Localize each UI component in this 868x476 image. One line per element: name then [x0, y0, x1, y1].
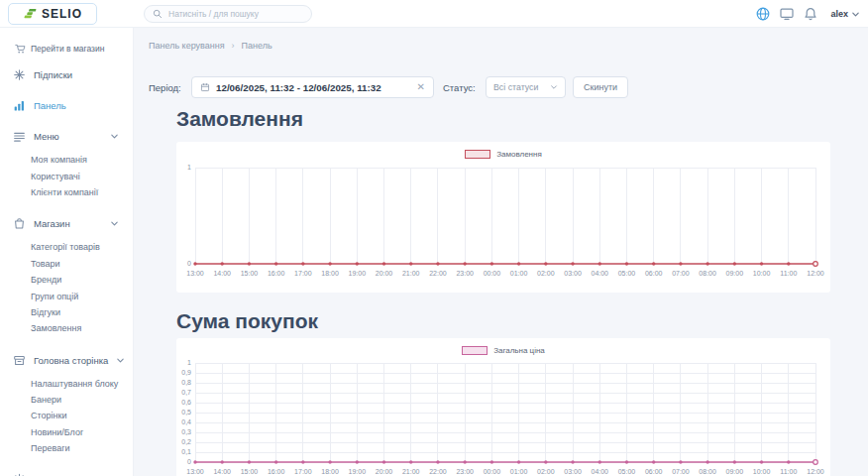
sidebar-item-label: Меню	[34, 131, 59, 142]
svg-text:12:00: 12:00	[807, 468, 824, 475]
svg-text:23:00: 23:00	[456, 270, 474, 277]
svg-text:1: 1	[187, 164, 191, 171]
svg-text:17:00: 17:00	[294, 468, 312, 475]
user-menu[interactable]: alex	[830, 9, 860, 19]
storefront-monitor-icon[interactable]	[779, 6, 795, 22]
legend-label: Загальна ціна	[493, 346, 545, 355]
svg-text:11:00: 11:00	[780, 270, 797, 277]
chevron-down-icon	[550, 83, 558, 91]
sidebar-item-label: Налаштування блоку	[31, 379, 118, 389]
sidebar-item-brands[interactable]: Бренди	[0, 272, 133, 288]
svg-text:15:00: 15:00	[241, 468, 259, 475]
purchases-chart-card: Загальна ціна 10,90,80,70,60,50,40,30,20…	[176, 338, 830, 476]
chevron-down-icon	[116, 356, 125, 365]
svg-text:09:00: 09:00	[726, 468, 744, 475]
svg-text:0,6: 0,6	[181, 399, 191, 406]
sidebar-item-news-blog[interactable]: Новини/Блог	[0, 424, 133, 440]
svg-text:06:00: 06:00	[645, 270, 663, 277]
logo-text: SELIO	[42, 7, 82, 21]
sidebar-item-label: Відгуки	[31, 307, 60, 317]
sidebar-item-label: Сторінки	[31, 411, 66, 420]
svg-text:21:00: 21:00	[402, 468, 420, 475]
svg-text:19:00: 19:00	[349, 270, 367, 277]
sidebar-item-users[interactable]: Користувачі	[0, 168, 133, 183]
language-globe-icon[interactable]	[755, 6, 771, 22]
sidebar-item-banners[interactable]: Банери	[0, 392, 133, 408]
menu-icon	[13, 130, 26, 143]
svg-text:00:00: 00:00	[484, 270, 501, 277]
svg-text:08:00: 08:00	[699, 270, 716, 277]
chart-icon	[13, 99, 26, 112]
breadcrumb-dashboard[interactable]: Панель керування	[149, 41, 225, 51]
sidebar-item-subscriptions[interactable]: Підписки	[0, 60, 133, 90]
sidebar-item-option-groups[interactable]: Групи опцій	[0, 288, 133, 303]
period-value: 12/06/2025, 11:32 - 12/06/2025, 11:32	[216, 82, 381, 93]
search-input[interactable]	[168, 9, 297, 19]
sidebar-item-label: Бренди	[31, 275, 61, 285]
sidebar-item-go-to-store[interactable]: Перейти в магазин	[0, 38, 133, 60]
sidebar-item-menu[interactable]: Меню	[0, 121, 133, 152]
svg-text:04:00: 04:00	[591, 270, 608, 277]
sidebar-item-label: Головна сторінка	[34, 355, 108, 366]
logo[interactable]: SELIO	[8, 3, 97, 25]
orders-chart-legend[interactable]: Замовлення	[176, 150, 830, 159]
clear-period-icon[interactable]: ✕	[417, 82, 425, 92]
svg-text:18:00: 18:00	[321, 468, 339, 475]
svg-text:16:00: 16:00	[268, 468, 285, 475]
notifications-bell-icon[interactable]	[803, 6, 818, 22]
chevron-down-icon	[110, 219, 119, 228]
orders-chart-card: Замовлення 1013:0014:0015:0016:0017:0018…	[176, 142, 830, 293]
svg-text:00:00: 00:00	[484, 468, 501, 475]
sidebar-item-product-categories[interactable]: Категорії товарів	[0, 239, 133, 255]
global-search[interactable]	[144, 5, 312, 23]
sidebar-item-homepage[interactable]: Головна сторінка	[0, 345, 133, 376]
period-input[interactable]: 12/06/2025, 11:32 - 12/06/2025, 11:32 ✕	[191, 76, 434, 98]
sidebar-item-dashboard[interactable]: Панель	[0, 90, 133, 121]
svg-text:0,8: 0,8	[181, 379, 191, 386]
sidebar-item-label: Замовлення	[31, 323, 81, 333]
svg-text:02:00: 02:00	[537, 468, 555, 475]
svg-text:14:00: 14:00	[213, 270, 231, 277]
svg-text:10:00: 10:00	[753, 270, 771, 277]
svg-text:07:00: 07:00	[672, 468, 690, 475]
top-header: SELIO alex	[0, 0, 868, 28]
svg-text:1: 1	[187, 359, 191, 366]
svg-text:03:00: 03:00	[564, 468, 582, 475]
svg-text:0,9: 0,9	[181, 369, 191, 376]
svg-text:20:00: 20:00	[376, 468, 393, 475]
cart-icon	[15, 44, 26, 55]
status-value: Всі статуси	[493, 82, 538, 92]
sidebar-item-block-settings[interactable]: Налаштування блоку	[0, 376, 133, 392]
svg-text:10:00: 10:00	[753, 468, 771, 475]
reset-button[interactable]: Скинути	[573, 76, 628, 98]
sidebar-item-products[interactable]: Товари	[0, 256, 133, 272]
sidebar-item-reviews[interactable]: Відгуки	[0, 304, 133, 320]
svg-text:07:00: 07:00	[672, 270, 690, 277]
sidebar-item-benefits[interactable]: Переваги	[0, 440, 133, 456]
sidebar-item-label: Користувачі	[31, 172, 80, 181]
sidebar-item-label: Перейти в магазин	[31, 44, 104, 54]
svg-text:17:00: 17:00	[294, 270, 312, 277]
orders-section-title: Замовлення	[176, 107, 303, 131]
sidebar-item-pages[interactable]: Сторінки	[0, 408, 133, 423]
sidebar-item-shop[interactable]: Магазин	[0, 208, 133, 239]
svg-text:13:00: 13:00	[186, 468, 204, 475]
sidebar-item-my-company[interactable]: Моя компанія	[0, 152, 133, 168]
calendar-icon	[200, 82, 210, 92]
sidebar-item-company-clients[interactable]: Клієнти компанії	[0, 184, 133, 200]
sidebar-item-settings[interactable]: Налаштування	[0, 464, 133, 476]
user-name: alex	[830, 9, 848, 19]
filter-bar: Період: 12/06/2025, 11:32 - 12/06/2025, …	[134, 76, 868, 98]
sidebar-item-orders[interactable]: Замовлення	[0, 320, 133, 336]
search-icon	[153, 9, 163, 19]
chevron-down-icon	[851, 10, 860, 19]
purchases-section-title: Сума покупок	[176, 309, 318, 333]
svg-text:12:00: 12:00	[807, 270, 824, 277]
purchases-chart-legend[interactable]: Загальна ціна	[176, 346, 830, 355]
status-select[interactable]: Всі статуси	[486, 76, 566, 98]
selio-logo-icon	[23, 7, 37, 21]
sidebar-item-label: Магазин	[34, 218, 70, 229]
legend-label: Замовлення	[496, 150, 542, 159]
svg-text:22:00: 22:00	[429, 270, 447, 277]
svg-text:0,4: 0,4	[181, 418, 191, 425]
